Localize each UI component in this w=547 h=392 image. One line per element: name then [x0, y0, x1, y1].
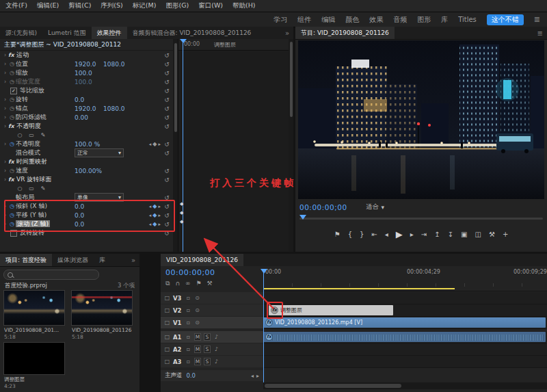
expand-icon[interactable]: › [2, 212, 8, 218]
scrubber-track[interactable] [299, 218, 543, 220]
stopwatch-icon-active[interactable]: ◷ [8, 203, 16, 209]
next-keyframe-icon[interactable]: ▸ [158, 142, 161, 147]
ellipse-mask-icon[interactable]: ○ [16, 185, 23, 192]
track-header-a1[interactable]: □ A1 ▫ M S ♪ [161, 331, 263, 343]
rect-mask-icon[interactable]: ▭ [28, 132, 35, 138]
tab-project[interactable]: 项目: 首度经验 [0, 254, 52, 266]
track-lane-v2[interactable]: fx 调整图层 [263, 304, 547, 317]
property-row-opacity[interactable]: › ◷ 不透明度 100.0 % ◂ ◆ ▸ ↺ [0, 140, 173, 148]
menu-file[interactable]: 文件(F) [5, 1, 27, 10]
workspace-tab-titles[interactable]: Titles [458, 16, 477, 23]
search-input[interactable] [3, 270, 99, 280]
extract-icon[interactable]: ↧ [448, 231, 453, 238]
play-icon[interactable]: ▶ [396, 229, 403, 239]
reset-icon[interactable]: ↺ [163, 52, 171, 59]
prev-keyframe-icon[interactable]: ◂ [149, 204, 152, 209]
property-value[interactable]: 100.0 % [75, 141, 103, 148]
track-lane-v3[interactable] [263, 292, 547, 304]
effect-group-time-remap[interactable]: › fx 时间重映射 [0, 157, 173, 166]
next-keyframe-icon[interactable]: ▸ [158, 213, 161, 218]
mute-button[interactable]: M [194, 358, 201, 365]
mic-icon[interactable]: ♪ [213, 358, 219, 365]
rect-mask-icon[interactable]: ▭ [28, 185, 35, 192]
comparison-view-icon[interactable]: ◫ [475, 231, 481, 238]
next-keyframe-icon[interactable]: ▸ [256, 373, 259, 379]
checkbox-unchecked[interactable]: ✓ [10, 230, 17, 237]
property-row-rotation[interactable]: › ◷ 旋转 0.0 ↺ [0, 95, 173, 104]
menu-help[interactable]: 帮助(H) [232, 1, 256, 10]
fx-badge-icon[interactable]: fx [8, 177, 16, 183]
sync-lock-icon[interactable]: ▫ [185, 358, 191, 365]
reset-icon[interactable]: ↺ [163, 96, 171, 103]
timeline-playhead-caret[interactable] [261, 269, 267, 274]
tab-sequence[interactable]: VID_20190808_201126 [161, 254, 243, 266]
timeline-playhead[interactable] [263, 269, 264, 382]
reset-icon[interactable]: ↺ [163, 177, 171, 183]
reset-icon[interactable]: ↺ [163, 150, 171, 157]
clip-fx-badge[interactable]: fx [271, 306, 278, 314]
scrubber-playhead[interactable] [299, 215, 306, 220]
property-row-invert-rotation[interactable]: ✓ 反转旋转 ↺ [0, 228, 173, 237]
clip-fx-badge[interactable]: fx [265, 319, 273, 326]
property-value-y[interactable]: 1080.0 [103, 105, 132, 112]
reset-icon[interactable]: ↺ [163, 141, 171, 148]
prev-keyframe-icon[interactable]: ◂ [149, 142, 152, 147]
reset-icon[interactable]: ↺ [163, 194, 171, 201]
mic-icon[interactable]: ♪ [213, 346, 219, 352]
reset-icon[interactable]: ↺ [163, 203, 171, 210]
project-item-name[interactable]: VID_20190808_201126 [72, 327, 135, 333]
sync-lock-icon[interactable]: ▫ [185, 307, 191, 313]
time-ruler[interactable]: 00:00 00:00:04;29 00:00:09;29 [263, 266, 547, 291]
reset-icon[interactable]: ↺ [163, 212, 171, 219]
keyframe-diamond[interactable]: ◆ [180, 219, 183, 224]
track-lane-a3[interactable] [263, 356, 547, 368]
add-marker-icon[interactable]: ⚑ [196, 280, 202, 287]
property-row-blend-mode[interactable]: 混合模式 正常 ▾ ↺ [0, 148, 173, 157]
video-clip[interactable]: fx VID_20190808_201126.mp4 [V] [263, 317, 546, 328]
menu-clip[interactable]: 剪辑(C) [68, 1, 91, 10]
expand-icon[interactable]: › [2, 123, 8, 129]
lock-icon[interactable]: □ [164, 358, 170, 365]
prev-keyframe-icon[interactable]: ◂ [149, 213, 152, 218]
tab-audio-clip-mixer[interactable]: 音频剪辑混合器: VID_20190808_201126 [127, 27, 257, 39]
prev-keyframe-icon[interactable]: ◂ [251, 373, 254, 379]
add-marker-icon[interactable]: ⚑ [334, 231, 341, 238]
panel-overflow-icon[interactable]: » [281, 29, 293, 37]
menu-graphics[interactable]: 图形(G) [165, 1, 189, 10]
mark-in-icon[interactable]: { [348, 231, 352, 238]
sync-lock-icon[interactable]: ▫ [185, 295, 191, 301]
add-keyframe-icon[interactable]: ◆ [152, 212, 157, 218]
sync-lock-icon[interactable]: ▫ [185, 346, 191, 352]
reset-icon[interactable]: ↺ [163, 105, 171, 112]
property-value[interactable]: 100.0 [75, 70, 103, 77]
program-timecode[interactable]: 00:00:00;00 [299, 203, 347, 211]
expand-icon[interactable]: › [2, 70, 8, 76]
property-row-tilt-x[interactable]: › ◷ 倾斜 (X 轴) 0.0 ◂ ◆ ▸ ↺ [0, 202, 173, 211]
lock-icon[interactable]: □ [164, 334, 170, 340]
export-frame-icon[interactable]: ▣ [461, 231, 467, 238]
adjustment-layer-clip[interactable]: fx 调整图层 [269, 305, 393, 315]
workspace-tab-audio[interactable]: 音频 [393, 15, 407, 25]
sync-lock-icon[interactable]: ▫ [185, 319, 191, 326]
expand-icon[interactable]: › [2, 159, 8, 165]
expand-icon[interactable]: › [2, 168, 8, 174]
property-value[interactable]: 0.00 [75, 114, 103, 121]
reset-icon[interactable]: ↺ [163, 168, 171, 174]
eye-icon[interactable]: ⊙ [194, 307, 200, 313]
expand-icon[interactable]: › [2, 203, 8, 209]
expand-icon[interactable]: › [2, 177, 8, 183]
track-header-a2[interactable]: □ A2 ▫ M S ♪ [161, 343, 263, 355]
add-keyframe-icon[interactable]: ◆ [152, 141, 157, 147]
effect-group-motion[interactable]: › fx 运动 ↺ [0, 51, 173, 60]
menu-edit[interactable]: 编辑(E) [37, 1, 59, 10]
reset-icon[interactable]: ↺ [163, 70, 171, 77]
workspace-tab-graphics[interactable]: 图形 [417, 15, 431, 25]
property-value-x[interactable]: 1920.0 [75, 105, 103, 112]
panel-overflow-icon[interactable]: » [127, 257, 139, 264]
track-lane-v1[interactable]: fx VID_20190808_201126.mp4 [V] [263, 317, 547, 329]
lock-icon[interactable]: □ [164, 295, 170, 301]
property-value[interactable]: 0.0 [75, 203, 103, 210]
program-scrubber[interactable] [299, 214, 543, 222]
property-row-pan-y[interactable]: › ◷ 平移 (Y 轴) 0.0 ◂ ◆ ▸ ↺ [0, 211, 173, 220]
blend-mode-dropdown[interactable]: 正常 ▾ [75, 148, 124, 157]
